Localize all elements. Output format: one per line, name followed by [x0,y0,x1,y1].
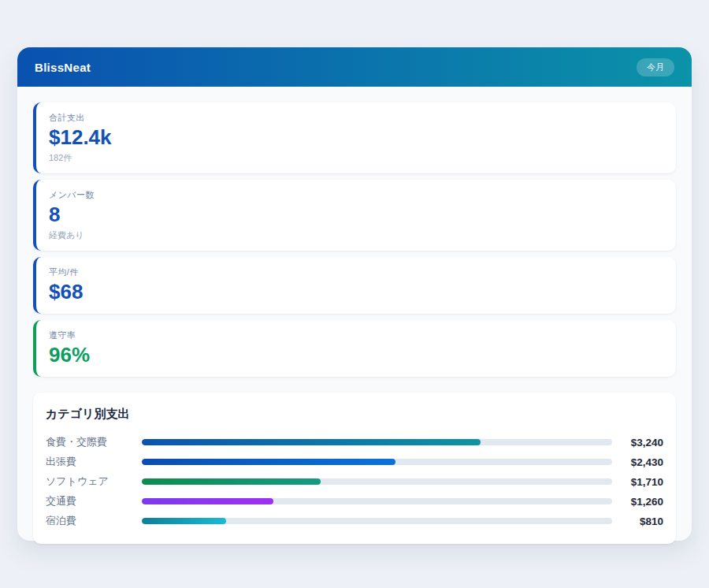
bar-fill [142,478,321,485]
stat-subtext: 182件 [49,152,663,164]
category-amount: $1,260 [612,496,663,508]
stat-value: $12.4k [49,126,663,150]
stat-value: $68 [49,281,663,304]
stat-card-member-count: メンバー数 8 経費あり [33,180,676,251]
category-spend-card: カテゴリ別支出 食費・交際費 $3,240 出張費 $2,430 ソフトウェア … [33,393,676,544]
category-label: ソフトウェア [46,474,142,489]
category-card-title: カテゴリ別支出 [46,407,663,422]
stat-card-total-spend: 合計支出 $12.4k 182件 [33,102,676,173]
period-badge[interactable]: 今月 [637,58,674,76]
category-row: ソフトウェア $1,710 [46,472,663,492]
dashboard-panel: BlissNeat 今月 合計支出 $12.4k 182件 メンバー数 8 経費… [17,47,692,541]
bar-track [142,478,612,485]
stat-label: メンバー数 [49,189,663,201]
category-amount: $3,240 [612,437,663,448]
dashboard-content: 合計支出 $12.4k 182件 メンバー数 8 経費あり 平均/件 $68 遵… [17,87,692,560]
stat-card-average-per-item: 平均/件 $68 [33,257,676,314]
bar-track [142,518,612,524]
category-amount: $810 [612,515,663,527]
bar-track [142,439,612,445]
category-label: 交通費 [46,494,142,508]
stat-card-compliance-rate: 遵守率 96% [33,320,676,377]
bar-fill [142,518,226,524]
app-title: BlissNeat [35,61,91,74]
stat-subtext: 経費あり [49,229,663,241]
bar-track [142,459,612,465]
category-row: 出張費 $2,430 [46,452,663,472]
category-amount: $2,430 [612,456,663,468]
bar-fill [142,498,273,504]
category-label: 食費・交際費 [46,435,142,449]
stat-label: 平均/件 [49,266,663,278]
category-amount: $1,710 [612,476,663,488]
category-row: 宿泊費 $810 [46,512,663,531]
stat-label: 遵守率 [49,329,663,341]
app-header: BlissNeat 今月 [17,47,692,87]
bar-track [142,498,612,504]
category-row: 交通費 $1,260 [46,492,663,512]
stat-value: 96% [49,344,663,367]
category-row: 食費・交際費 $3,240 [46,433,663,452]
bar-fill [142,439,481,445]
category-label: 出張費 [46,455,142,469]
stat-value: 8 [49,203,663,227]
bar-fill [142,459,395,465]
category-label: 宿泊費 [46,514,142,528]
stat-label: 合計支出 [49,112,663,124]
